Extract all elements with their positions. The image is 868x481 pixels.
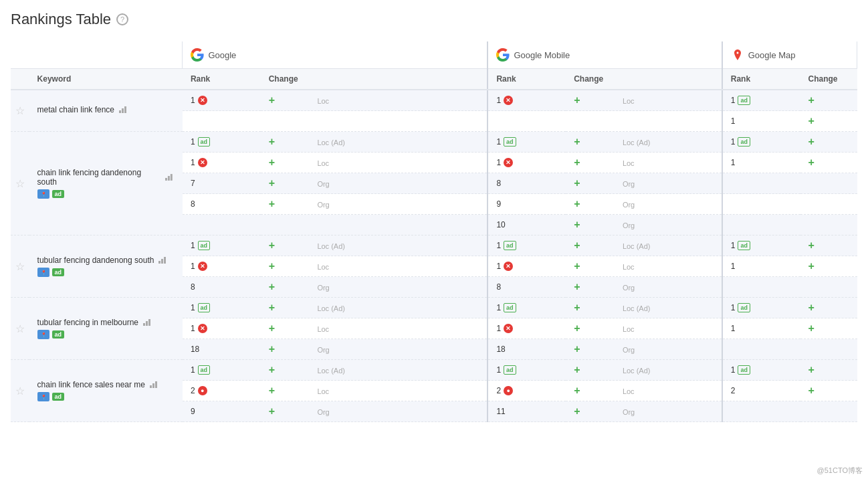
change-icon: + — [574, 219, 580, 230]
svg-rect-3 — [165, 178, 167, 181]
star-cell[interactable]: ☆ — [11, 298, 29, 360]
svg-rect-14 — [146, 321, 148, 326]
rank-cell: 1✕ — [487, 90, 566, 111]
change-cell: + — [800, 318, 857, 339]
change-icon: + — [574, 177, 580, 189]
svg-rect-15 — [148, 319, 150, 326]
change-icon: + — [574, 260, 580, 272]
change-cell: + Loc — [566, 90, 722, 111]
ad-text-badge: ad — [52, 393, 65, 401]
rank-cell — [722, 173, 800, 194]
ad-badge: ad — [198, 303, 211, 312]
change-cell: + — [800, 381, 857, 401]
svg-rect-9 — [161, 259, 163, 264]
rank-cell: 8 — [183, 194, 261, 215]
rank-cell: 1ad — [722, 132, 800, 153]
change-cell — [800, 173, 857, 194]
loc-label: Org — [317, 201, 329, 209]
change-cell: + Loc (Ad) — [261, 235, 488, 256]
red-x-badge: ✕ — [504, 96, 513, 105]
change-icon: + — [574, 157, 580, 168]
change-icon: + — [574, 364, 580, 375]
svg-text:📍: 📍 — [40, 332, 46, 338]
change-icon: + — [574, 136, 580, 147]
ad-badge: ad — [198, 241, 211, 250]
ad-badge: ad — [738, 241, 750, 250]
rank-cell — [722, 339, 800, 360]
rank-cell: 1ad — [487, 360, 566, 381]
svg-rect-19 — [152, 383, 154, 388]
keyword-name: tubular fencing dandenong south — [37, 256, 175, 265]
rank-cell: 1ad — [722, 90, 800, 111]
ad-text-badge: ad — [52, 268, 65, 276]
star-cell[interactable]: ☆ — [11, 235, 29, 298]
change-cell: + Loc (Ad) — [566, 298, 722, 318]
change-icon: + — [269, 405, 275, 417]
engines-header-row: Google Google Mobile — [11, 41, 857, 69]
rank-cell — [487, 111, 566, 132]
rank-cell: 1ad — [183, 298, 261, 318]
rank-cell: 8 — [183, 277, 261, 298]
change-icon: + — [574, 281, 580, 292]
ad-badge: ad — [738, 137, 750, 147]
change-cell: + Loc — [566, 256, 722, 277]
star-cell[interactable]: ☆ — [11, 360, 29, 422]
change-cell: + Org — [261, 277, 488, 298]
google-engine-header: Google — [183, 41, 488, 69]
rank-cell: 1✕ — [487, 256, 566, 277]
keyword-name: chain link fencing dandenong south — [37, 168, 175, 187]
star-cell[interactable]: ☆ — [11, 132, 29, 235]
change-cell — [261, 215, 488, 235]
svg-rect-20 — [155, 381, 157, 388]
change-cell: + Org — [566, 401, 722, 422]
location-badge: 📍 — [37, 330, 49, 339]
change-cell: + Loc — [261, 256, 488, 277]
rank-cell: 1 — [722, 256, 800, 277]
red-x-badge: ✕ — [198, 158, 207, 167]
change-cell: + Org — [566, 215, 722, 235]
svg-text:📍: 📍 — [40, 394, 46, 400]
change-icon: + — [574, 385, 580, 396]
col-headers-row: Keyword Rank Change Rank Change Rank Cha… — [11, 69, 857, 90]
change-icon: + — [574, 94, 580, 106]
change-icon: + — [574, 302, 580, 313]
change-cell: + — [800, 256, 857, 277]
svg-rect-13 — [143, 323, 145, 326]
star-cell[interactable]: ☆ — [11, 90, 29, 132]
change-cell — [800, 194, 857, 215]
change-cell: + Loc — [261, 318, 488, 339]
loc-label: Loc (Ad) — [623, 242, 651, 250]
rank-cell: 1ad — [183, 132, 261, 153]
rank-cell: 1ad — [183, 360, 261, 381]
loc-label: Org — [623, 346, 635, 354]
svg-rect-5 — [171, 174, 173, 181]
change-icon: + — [808, 260, 815, 272]
google-map-engine-header: Google Map — [722, 41, 857, 69]
loc-label: Loc — [317, 325, 329, 333]
loc-label: Loc (Ad) — [317, 138, 345, 147]
change-cell: + — [800, 132, 857, 153]
rank-cell — [722, 194, 800, 215]
loc-label: Org — [623, 180, 635, 188]
change-cell: + Org — [261, 339, 488, 360]
rank-cell — [183, 215, 261, 235]
change-icon: + — [574, 343, 580, 355]
ad-badge: ad — [198, 365, 211, 375]
map-change-col-header: Change — [800, 69, 857, 90]
svg-rect-18 — [150, 385, 152, 388]
loc-label: Loc — [623, 263, 635, 271]
rank-cell: 1ad — [722, 298, 800, 318]
loc-label: Org — [623, 408, 635, 416]
rank-cell — [722, 215, 800, 235]
change-cell: + Org — [261, 194, 488, 215]
change-icon: + — [269, 385, 275, 396]
loc-label: Org — [317, 284, 329, 292]
loc-label: Loc — [623, 387, 635, 395]
change-icon: + — [269, 157, 275, 168]
keyword-col-header: Keyword — [29, 69, 183, 90]
change-cell: + Loc — [566, 381, 722, 401]
change-cell: + — [800, 90, 857, 111]
help-icon[interactable]: ? — [116, 13, 128, 25]
red-x-badge: ✕ — [198, 324, 207, 333]
google-mobile-engine-header: Google Mobile — [487, 41, 722, 69]
